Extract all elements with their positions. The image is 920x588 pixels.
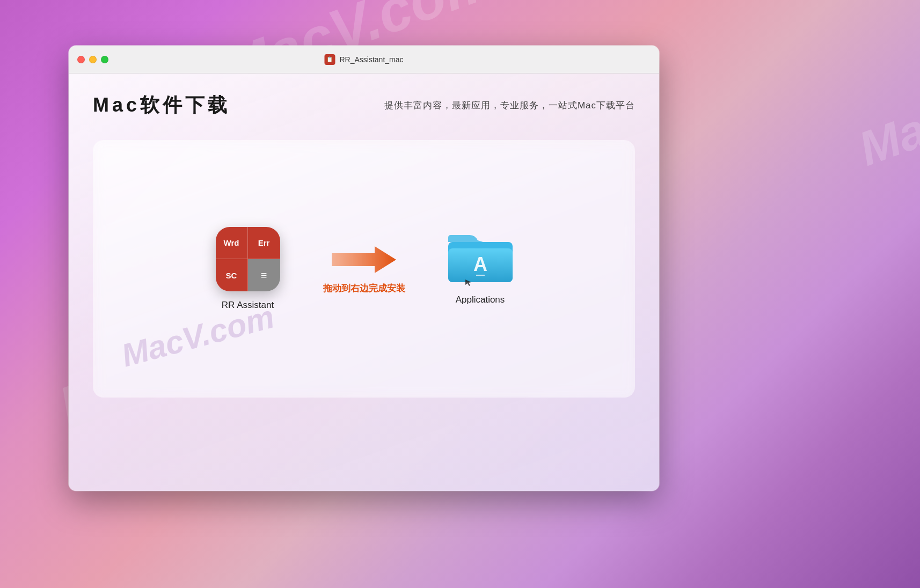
window-title: 📋 RR_Assistant_mac xyxy=(324,54,403,65)
app-name-label: RR Assistant xyxy=(222,300,274,311)
page-title: Mac软件下载 xyxy=(93,92,230,119)
page-subtitle: 提供丰富内容，最新应用，专业服务，一站式Mac下载平台 xyxy=(384,99,635,112)
applications-label: Applications xyxy=(456,295,505,305)
maximize-button[interactable] xyxy=(101,56,108,63)
title-icon: 📋 xyxy=(324,54,335,65)
svg-text:A: A xyxy=(473,253,487,275)
header: Mac软件下载 提供丰富内容，最新应用，专业服务，一站式Mac下载平台 xyxy=(93,92,635,119)
titlebar: 📋 RR_Assistant_mac xyxy=(69,46,659,74)
close-button[interactable] xyxy=(77,56,85,63)
traffic-lights xyxy=(77,56,108,63)
applications-folder-icon: A xyxy=(448,232,513,286)
icon-cell-lines: ≡ xyxy=(248,259,280,291)
arrow-container: 拖动到右边完成安装 xyxy=(323,244,405,295)
title-text: RR_Assistant_mac xyxy=(339,55,403,64)
icon-cell-err: Err xyxy=(248,227,280,259)
main-window: 📋 RR_Assistant_mac Mac软件下载 提供丰富内容，最新应用，专… xyxy=(69,46,659,491)
bg-watermark-right: Mac xyxy=(852,93,920,177)
svg-marker-0 xyxy=(332,246,396,273)
drag-instruction: 拖动到右边完成安装 xyxy=(323,282,405,295)
app-icon: Wrd Err SC ≡ xyxy=(216,227,280,291)
icon-cell-wrd: Wrd xyxy=(216,227,248,259)
minimize-button[interactable] xyxy=(89,56,97,63)
icon-cell-sc: SC xyxy=(216,259,248,291)
applications-folder-container: A Applications xyxy=(448,232,513,305)
arrow-icon xyxy=(332,244,396,276)
window-content: Mac软件下载 提供丰富内容，最新应用，专业服务，一站式Mac下载平台 Wrd … xyxy=(69,74,659,491)
app-icon-container: Wrd Err SC ≡ RR Assistant xyxy=(216,227,280,311)
install-panel: Wrd Err SC ≡ RR Assistant xyxy=(93,140,635,398)
